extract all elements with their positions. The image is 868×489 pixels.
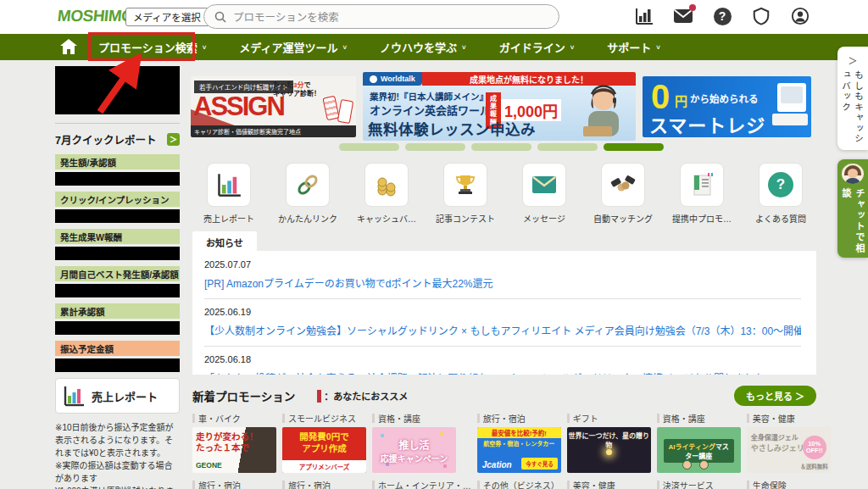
news-link[interactable]: 「あなたの投稿が、社会を変える」社会課題の解決に取り組むNPOとソーシャルグッド… xyxy=(204,370,801,375)
sales-report-button[interactable]: 売上レポート xyxy=(55,378,180,414)
carousel-dot[interactable] xyxy=(537,143,598,151)
promo-cell: スモールビジネス 開発費0円でアプリ作成 アプリメンバーズ xyxy=(282,413,366,473)
metric-label-click-impression: クリック/インプレッション xyxy=(55,192,180,207)
news-link[interactable]: 【少人数制オンライン勉強会】ソーシャルグッドリンク × もしもアフィリエイト メ… xyxy=(204,323,801,337)
coins-icon xyxy=(374,172,399,197)
chat-agent-avatar xyxy=(842,164,864,184)
banner-footer: キャリア診断・価値観診断実施完了地点 xyxy=(191,125,356,137)
chat-tab-label: チャットで相談 xyxy=(839,188,866,258)
carousel-dot[interactable] xyxy=(339,143,399,151)
promo-banner-gift[interactable]: 世界に一つだけ、星の贈り物 xyxy=(567,427,651,473)
sales-chart-icon xyxy=(63,385,85,407)
redacted-value xyxy=(55,284,180,297)
promo-banner-geone[interactable]: 走りが変わる！たった１本で GEONE xyxy=(192,427,276,473)
shortcut-cashback[interactable]: キャッシュバ… xyxy=(350,163,423,225)
divider xyxy=(55,123,180,124)
news-link[interactable]: [PR] Amazonプライムデーのお買い物でdポイント最大22%還元 xyxy=(204,275,801,290)
quick-report-header: 7月クイックレポート ＞ xyxy=(55,131,180,147)
metric-label-total-approved: 累計承認額 xyxy=(55,303,180,319)
category-label: スモールビジネス xyxy=(288,412,356,425)
promo-cell: 美容・健康 xyxy=(567,480,651,489)
category-label: 美容・健康 xyxy=(753,412,795,425)
shortcut-message[interactable]: メッセージ xyxy=(508,163,581,225)
category-bar xyxy=(567,481,570,489)
category-label: 旅行・宿泊 xyxy=(483,412,526,425)
news-panel: 2025.07.07 [PR] Amazonプライムデーのお買い物でdポイント最… xyxy=(192,251,816,375)
bar-chart-icon xyxy=(216,172,242,197)
promo-banner-oshikatsu[interactable]: 推し活 応援キャンペーン xyxy=(372,427,456,473)
redacted-value xyxy=(55,172,180,186)
promo-cell: ホーム・インテリア・… xyxy=(372,480,471,489)
shortcut-sales-report[interactable]: 売上レポート xyxy=(192,163,265,225)
chat-side-tab[interactable]: チャットで相談 xyxy=(837,159,868,258)
banner-line3: 無料体験レッスン申込み xyxy=(368,118,536,139)
banner-carousel: 若手ハイエンド向け転職サイト ASSIGN たった3分でキャリア診断！ キャリア… xyxy=(191,72,818,141)
category-bar xyxy=(567,414,570,423)
metric-label-earned-approved: 発生額/承認額 xyxy=(55,154,180,169)
operator-illustration xyxy=(576,82,631,138)
shortcut-article-contest[interactable]: 記事コンテスト xyxy=(429,163,502,225)
trophy-icon xyxy=(453,172,478,197)
category-label: 資格・講座 xyxy=(663,412,705,425)
moshimo-logo[interactable]: MOSHIMO xyxy=(57,7,135,25)
banner-worldtalk[interactable]: Worldtalk 成果地点が無料になりました！ 業界初!『日本人講師メイン』の… xyxy=(363,72,636,141)
category-bar xyxy=(282,414,285,423)
promotion-grid: 車・バイク 走りが変わる！たった１本で GEONE スモールビジネス 開発費0円… xyxy=(192,413,816,489)
envelope-icon xyxy=(531,175,558,195)
category-label: 資格・講座 xyxy=(378,412,420,425)
category-bar xyxy=(282,481,285,489)
avatar xyxy=(699,460,709,470)
new-promotions-header: 新着プロモーション ：あなたにおススメ もっと見る ＞ xyxy=(192,386,816,406)
recommend-legend: ：あなたにおススメ xyxy=(317,389,408,403)
promo-banner-jcation[interactable]: 最安値を比較!予約! 航空券・宿泊・レンタカー Jcation 今すぐ見る xyxy=(477,427,561,473)
promo-banner-app[interactable]: 開発費0円でアプリ作成 アプリメンバーズ xyxy=(282,427,366,473)
divider xyxy=(204,346,801,347)
shortcut-auto-matching[interactable]: 自動マッチング xyxy=(587,163,659,225)
category-label: 生命保険 xyxy=(753,479,787,489)
star-glow xyxy=(606,449,612,455)
carousel-dot-active[interactable] xyxy=(604,143,664,151)
category-label: その他（ビジネス） xyxy=(483,479,559,489)
see-more-button[interactable]: もっと見る ＞ xyxy=(734,386,816,406)
shortcut-faq[interactable]: ? よくある質問 xyxy=(744,163,817,225)
note-line: ※実際の振込額は変動する場合があります xyxy=(55,459,180,485)
register-illustration xyxy=(769,83,806,131)
category-bar xyxy=(192,481,195,489)
category-bar xyxy=(747,481,749,489)
promo-cell: 生命保険 xyxy=(747,480,831,489)
carousel-dot[interactable] xyxy=(405,143,465,151)
banner-yen: 円 xyxy=(675,92,687,109)
section-title: 新着プロモーション xyxy=(192,387,295,404)
banner-assign[interactable]: 若手ハイエンド向け転職サイト ASSIGN たった3分でキャリア診断！ キャリア… xyxy=(191,76,356,137)
promo-cell: 旅行・宿泊 xyxy=(192,480,276,489)
promo-cell: 美容・健康 全身保湿ジェル やさしみジェリー 10%OFF!! ＆送料無料 xyxy=(747,413,831,473)
handshake-icon xyxy=(610,172,636,197)
redacted-value xyxy=(55,358,180,372)
quick-report-open-button[interactable]: ＞ xyxy=(167,133,180,146)
promo-banner-jelly[interactable]: 全身保湿ジェル やさしみジェリー 10%OFF!! ＆送料無料 xyxy=(747,427,831,473)
metric-label-w-reward: 発生成果W報酬 xyxy=(55,229,180,244)
banner-title: スマートレジ xyxy=(649,110,765,137)
banner-smart-register[interactable]: 0 円 から始められる スマートレジ xyxy=(643,76,811,137)
home-button[interactable] xyxy=(59,38,78,58)
note-line: ¥1,000未満は原則繰越となります xyxy=(55,485,180,489)
legend-red-bar xyxy=(317,390,321,403)
worldtalk-brand: Worldtalk xyxy=(363,72,422,86)
carousel-dot[interactable] xyxy=(471,143,531,151)
globe-icon xyxy=(370,75,377,83)
category-label: 美容・健康 xyxy=(573,479,615,489)
category-label: 旅行・宿泊 xyxy=(198,479,241,489)
news-item: 2025.06.19 【少人数制オンライン勉強会】ソーシャルグッドリンク × も… xyxy=(204,307,801,337)
shortcut-easy-link[interactable]: かんたんリンク xyxy=(271,163,344,225)
quick-report-title: 7月クイックレポート xyxy=(55,131,156,147)
category-bar xyxy=(192,414,195,423)
shortcut-active-promotions[interactable]: 提携中プロモ… xyxy=(665,163,738,225)
category-bar xyxy=(477,414,480,423)
redacted-value xyxy=(55,247,180,260)
promo-banner-ai-writing[interactable]: AIライティングマスター講座 xyxy=(657,427,741,473)
avatar xyxy=(682,460,692,470)
cashback-side-tab[interactable]: ＞ もしもキャッシュバック xyxy=(837,47,868,150)
category-bar xyxy=(477,481,480,489)
home-icon xyxy=(59,38,78,55)
category-bar xyxy=(372,414,375,423)
